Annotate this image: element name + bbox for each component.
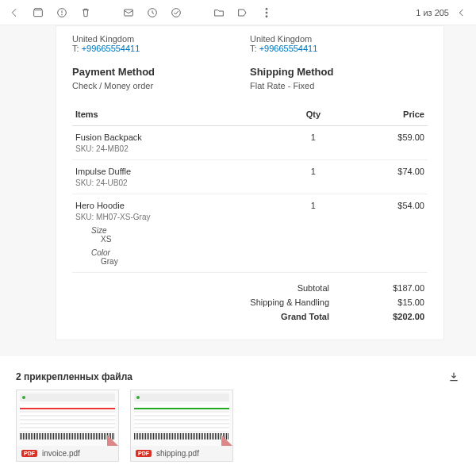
- item-name: Hero Hoodie: [75, 201, 282, 210]
- payment-value: Check / Money order: [72, 81, 250, 90]
- mark-unread-icon[interactable]: [122, 6, 135, 19]
- snooze-icon[interactable]: [146, 6, 159, 19]
- attachments-heading: 2 прикрепленных файла: [16, 371, 447, 382]
- svg-point-5: [172, 8, 181, 17]
- item-name: Fusion Backpack: [75, 132, 282, 142]
- prev-icon[interactable]: [455, 6, 468, 19]
- col-items: Items: [72, 103, 286, 126]
- toolbar: 1 из 205: [0, 0, 476, 25]
- totals: Subtotal$187.00 Shipping & Handling$15.0…: [72, 281, 428, 324]
- pdf-badge-icon: PDF: [136, 450, 152, 457]
- col-price: Price: [341, 103, 428, 126]
- shipping-heading: Shipping Method: [250, 66, 428, 78]
- spam-icon[interactable]: [56, 6, 68, 19]
- move-icon[interactable]: [213, 6, 225, 19]
- item-sku: SKU: 24-MB02: [75, 144, 282, 153]
- attachment[interactable]: PDFshipping.pdf: [130, 390, 233, 462]
- svg-point-7: [266, 12, 267, 13]
- table-row: Impulse DuffleSKU: 24-UB021$74.00: [72, 160, 428, 194]
- back-icon[interactable]: [8, 6, 21, 19]
- task-icon[interactable]: [170, 6, 182, 19]
- attachment-filename: shipping.pdf: [156, 449, 199, 458]
- pdf-badge-icon: PDF: [21, 450, 37, 457]
- payment-heading: Payment Method: [72, 66, 250, 78]
- labels-icon[interactable]: [236, 6, 249, 19]
- svg-point-2: [62, 14, 63, 15]
- col-qty: Qty: [286, 103, 340, 126]
- item-sku: SKU: 24-UB02: [75, 178, 282, 187]
- delete-icon[interactable]: [79, 6, 92, 19]
- attachment-filename: invoice.pdf: [42, 449, 80, 458]
- item-sku: SKU: MH07-XS-Gray: [75, 213, 282, 221]
- message-counter: 1 из 205: [416, 8, 449, 17]
- svg-rect-3: [125, 10, 133, 16]
- shipping-country: United Kingdom: [250, 34, 428, 44]
- billing-country: United Kingdom: [72, 34, 250, 44]
- svg-point-6: [266, 8, 267, 10]
- item-name: Impulse Duffle: [75, 167, 282, 176]
- shipping-value: Flat Rate - Fixed: [250, 81, 428, 90]
- attachment-preview: [131, 390, 232, 446]
- more-icon[interactable]: [260, 6, 273, 19]
- table-row: Hero HoodieSKU: MH07-XS-GraySizeXSColorG…: [72, 194, 428, 273]
- svg-rect-0: [34, 10, 43, 16]
- attachment[interactable]: PDFinvoice.pdf: [16, 390, 119, 462]
- attachment-preview: [17, 390, 118, 446]
- items-table: Items Qty Price Fusion BackpackSKU: 24-M…: [72, 103, 428, 273]
- order-card: United Kingdom T: +99665554411 United Ki…: [56, 25, 444, 340]
- shipping-phone[interactable]: +99665554411: [259, 44, 318, 53]
- archive-icon[interactable]: [32, 6, 44, 19]
- download-all-icon[interactable]: [447, 370, 460, 383]
- billing-phone[interactable]: +99665554411: [82, 44, 140, 53]
- table-row: Fusion BackpackSKU: 24-MB021$59.00: [72, 126, 428, 160]
- svg-point-8: [266, 15, 267, 17]
